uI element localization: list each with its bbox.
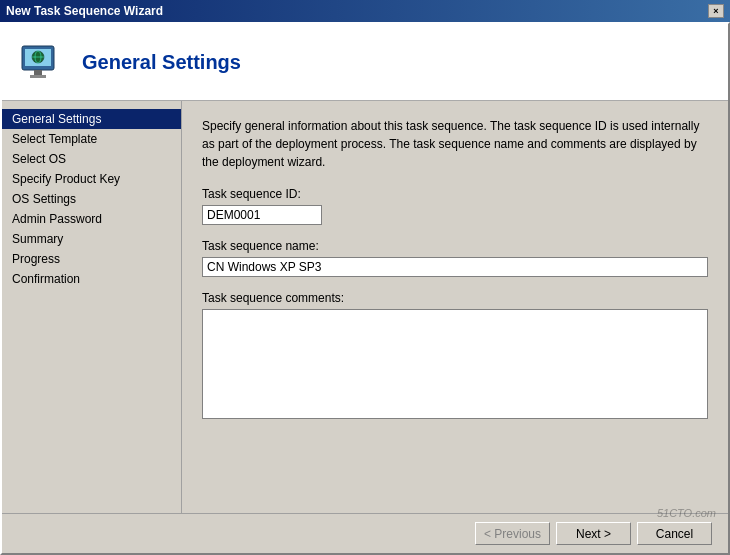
- page-title: General Settings: [82, 51, 241, 74]
- title-bar: New Task Sequence Wizard ×: [0, 0, 730, 22]
- sidebar-item-os-settings[interactable]: OS Settings: [2, 189, 181, 209]
- task-name-group: Task sequence name:: [202, 239, 708, 277]
- task-comments-label: Task sequence comments:: [202, 291, 708, 305]
- task-name-label: Task sequence name:: [202, 239, 708, 253]
- previous-button[interactable]: < Previous: [475, 522, 550, 545]
- sidebar-item-confirmation[interactable]: Confirmation: [2, 269, 181, 289]
- sidebar-item-general-settings[interactable]: General Settings: [2, 109, 181, 129]
- dialog-footer: < Previous Next > Cancel: [2, 513, 728, 553]
- task-id-label: Task sequence ID:: [202, 187, 708, 201]
- title-bar-text: New Task Sequence Wizard: [6, 4, 163, 18]
- svg-rect-2: [34, 70, 42, 75]
- sidebar-item-progress[interactable]: Progress: [2, 249, 181, 269]
- task-id-input[interactable]: [202, 205, 322, 225]
- sidebar-item-admin-password[interactable]: Admin Password: [2, 209, 181, 229]
- task-comments-group: Task sequence comments:: [202, 291, 708, 419]
- sidebar-item-specify-product-key[interactable]: Specify Product Key: [2, 169, 181, 189]
- next-button[interactable]: Next >: [556, 522, 631, 545]
- dialog: General Settings General Settings Select…: [0, 22, 730, 555]
- title-bar-buttons: ×: [708, 4, 724, 18]
- cancel-button[interactable]: Cancel: [637, 522, 712, 545]
- close-button[interactable]: ×: [708, 4, 724, 18]
- dialog-header: General Settings: [2, 24, 728, 101]
- svg-rect-3: [30, 75, 46, 78]
- sidebar-item-select-os[interactable]: Select OS: [2, 149, 181, 169]
- description-text: Specify general information about this t…: [202, 117, 708, 171]
- dialog-body: General Settings Select Template Select …: [2, 101, 728, 513]
- wizard-icon: [18, 38, 66, 86]
- task-name-input[interactable]: [202, 257, 708, 277]
- sidebar-item-summary[interactable]: Summary: [2, 229, 181, 249]
- watermark: 51CTO.com: [657, 507, 716, 519]
- content-area: Specify general information about this t…: [182, 101, 728, 513]
- task-comments-textarea[interactable]: [202, 309, 708, 419]
- sidebar: General Settings Select Template Select …: [2, 101, 182, 513]
- task-id-group: Task sequence ID:: [202, 187, 708, 225]
- sidebar-item-select-template[interactable]: Select Template: [2, 129, 181, 149]
